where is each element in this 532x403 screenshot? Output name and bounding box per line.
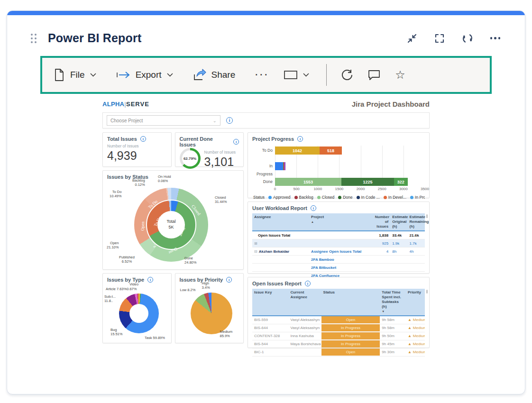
bar-category-label: In Progress (252, 162, 273, 170)
project-link[interactable]: Assignee Open Issues Total (311, 249, 361, 254)
column-header[interactable]: Status (321, 289, 380, 316)
info-icon[interactable]: i (226, 117, 233, 124)
bar-segment[interactable]: 1225 (341, 178, 394, 186)
x-tick-label: 3000 (399, 187, 408, 191)
assignee-name: Akzhan Bekaidar (259, 249, 289, 254)
select-placeholder: Choose Project (110, 118, 143, 123)
refresh-icon[interactable] (462, 33, 473, 44)
done-issues-card: Current Done Issues i 62.79% Number of I… (175, 132, 244, 167)
project-link[interactable]: 2FA Bitbucket (311, 266, 336, 270)
callout-published: Published 6.52% (119, 255, 135, 264)
cell: 9h 58m (380, 324, 406, 332)
scrollbar[interactable] (426, 214, 428, 218)
info-icon[interactable]: i (233, 139, 239, 145)
status-badge: In Progress (321, 340, 380, 348)
column-header[interactable]: Number of Issues (373, 213, 390, 231)
open-issue-row[interactable]: BIC-1Open9h 30m▲Medium (252, 348, 425, 356)
bar-row: 1042518 (275, 147, 425, 155)
info-icon[interactable]: i (140, 136, 146, 142)
legend-item[interactable]: Backlog (294, 195, 313, 200)
total-issues-card: Total Issues i Number of Issues 4,939 (102, 132, 172, 167)
file-menu-button[interactable]: File (54, 68, 96, 82)
bar-segment[interactable]: 1553 (275, 178, 341, 186)
choose-project-select[interactable]: Choose Project ⌄ (107, 115, 220, 126)
column-header[interactable]: Current Assignee (288, 289, 321, 316)
visual-title: Issues by Priority (180, 277, 223, 283)
scrollbar[interactable] (426, 290, 428, 293)
bar-segment[interactable]: 1042 (275, 147, 320, 155)
cell: BIC-1 (252, 348, 288, 356)
project-progress-card: Project Progress i To DoIn ProgressDone … (248, 132, 430, 198)
project-link[interactable]: 2FA Bamboo (311, 257, 334, 262)
view-mode-button[interactable] (284, 70, 309, 80)
cell: CONTENT-328 (252, 332, 288, 340)
column-header[interactable]: Assignee (252, 213, 309, 231)
alphaserve-logo: ALPHA|SERVE (102, 101, 149, 108)
status-badge: Open (321, 316, 380, 323)
legend-label: Backlog (299, 195, 313, 200)
cell: ▲Medium (406, 340, 425, 348)
row-label: Open Issues Total (252, 231, 309, 239)
legend-item[interactable]: In Code ... (357, 195, 380, 200)
total-issues-value: 4,939 (107, 149, 167, 163)
collapse-icon[interactable] (407, 33, 417, 44)
open-issue-row[interactable]: BIS-644Vasyl AleksashynIn Progress9h 58m… (252, 324, 425, 332)
legend-item[interactable]: Approved (268, 195, 290, 200)
column-header[interactable]: Project▲ (309, 213, 373, 231)
bar-segment[interactable] (275, 162, 283, 170)
status-sunburst-chart[interactable]: Total 5K To Do To Do Open Closed Done Do… (134, 188, 208, 262)
table-row[interactable]: Open Issues Total 1,838 33.4k 21.6k (252, 231, 425, 239)
cell: In Progress (321, 324, 380, 332)
bar-segment[interactable]: 518 (320, 147, 342, 155)
favorite-star-icon[interactable]: ☆ (395, 69, 405, 81)
cell: 1.7k (408, 239, 425, 247)
legend-item[interactable]: In Devel... (384, 195, 406, 200)
export-icon (116, 71, 130, 79)
legend-item[interactable]: In Progr... (410, 195, 425, 200)
type-donut-chart[interactable] (119, 293, 159, 333)
comment-button[interactable] (367, 69, 381, 81)
visual-title: Current Done Issues (180, 136, 230, 147)
chevron-down-icon: ⌄ (213, 118, 217, 123)
table-row[interactable]: 2FA Bitbucket (252, 264, 425, 272)
column-header[interactable]: Estimate Original (h) (390, 213, 407, 231)
open-issue-row[interactable]: CONTENT-328Inna KashubaIn Progress9h 50m… (252, 332, 425, 340)
callout-done: Done 24.80% (184, 256, 196, 265)
column-header[interactable]: Issue Key (252, 289, 288, 316)
info-icon[interactable]: i (226, 277, 232, 283)
cell: 1.9k (390, 239, 407, 247)
priority-pie-chart[interactable] (191, 293, 232, 334)
bar-value-label: 1225 (363, 180, 372, 184)
comment-icon (367, 69, 381, 81)
cell: ▲Medium (406, 348, 425, 356)
expand-icon[interactable]: ⊞ (254, 241, 257, 246)
drag-handle-icon[interactable] (31, 34, 37, 43)
table-row[interactable]: ⊟Akzhan Bekaidar Assignee Open Issues To… (252, 247, 425, 256)
export-menu-button[interactable]: Export (116, 70, 173, 80)
table-row[interactable]: ⊞ 925 1.9k 1.7k (252, 239, 425, 247)
share-button[interactable]: Share (193, 69, 236, 81)
user-workload-card: User Workload Report i Assignee Project▲… (248, 202, 430, 274)
info-icon[interactable]: i (305, 281, 311, 286)
bar-segment[interactable] (285, 162, 285, 170)
legend-items: ApprovedBacklogClosedDoneIn Code ...In D… (268, 195, 425, 200)
legend-item[interactable]: Closed (317, 195, 334, 200)
column-header[interactable]: Total Time Spent incl. Subtasks (h)▼ (380, 289, 406, 316)
info-icon[interactable]: i (297, 136, 303, 142)
info-icon[interactable]: i (311, 205, 316, 211)
fullscreen-icon[interactable] (434, 33, 445, 44)
chevron-down-icon (303, 73, 309, 77)
open-issue-row[interactable]: BIS-559Vasyl AleksashynOpen9h 58m▲Medium (252, 316, 425, 324)
refresh-visuals-button[interactable] (341, 69, 353, 81)
column-header[interactable]: Estimate Remaining (h) (408, 213, 425, 231)
more-options-icon[interactable] (490, 37, 501, 39)
open-issue-row[interactable]: BIS-544Maya BorshchavaIn Progress9h 45m▲… (252, 340, 425, 348)
legend-item[interactable]: Done (338, 195, 352, 200)
column-header[interactable]: Priority (406, 289, 425, 316)
collapse-icon[interactable]: ⊟ (254, 249, 257, 254)
callout-open: Open 21.10% (107, 241, 119, 249)
info-icon[interactable]: i (147, 277, 153, 283)
table-row[interactable]: 2FA Bamboo (252, 256, 425, 264)
bar-segment[interactable]: 322 (394, 178, 408, 186)
toolbar-more-icon[interactable]: ··· (255, 70, 269, 80)
